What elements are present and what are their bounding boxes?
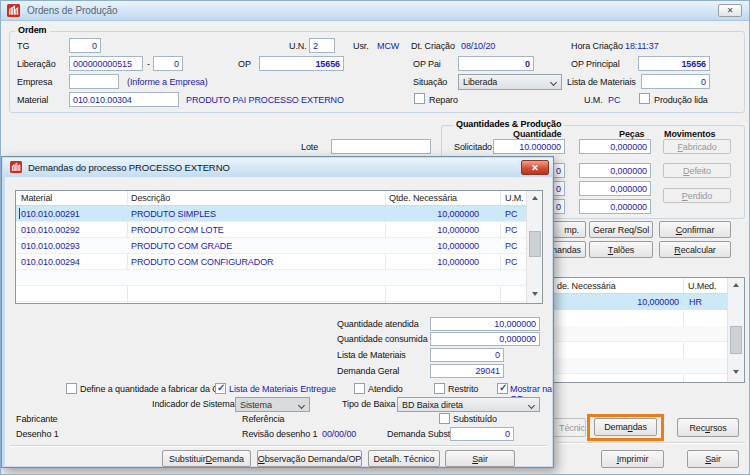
tipo-baixa-label: Tipo de Baixa xyxy=(342,399,395,409)
lote-field[interactable] xyxy=(331,139,431,154)
liberacao-field[interactable]: 000000000515 xyxy=(69,56,143,71)
atendido-checkbox[interactable] xyxy=(354,383,365,394)
sair-button[interactable]: Sair xyxy=(687,450,739,468)
situacao-value: Liberada xyxy=(463,77,497,87)
op-label: OP xyxy=(238,59,251,69)
dialog-lista-label: Lista de Materiais xyxy=(337,350,406,360)
dialog-lista-field[interactable]: 0 xyxy=(430,348,504,362)
recursos-button[interactable]: Recursos xyxy=(677,418,739,437)
table-scrollbar[interactable] xyxy=(526,191,542,303)
situacao-label: Situação xyxy=(413,77,447,87)
window-titlebar: Ordens de Produção ✕ xyxy=(1,1,750,21)
lista-entregue-label: Lista de Materiais Entregue xyxy=(229,384,336,394)
reparo-label: Reparo xyxy=(429,95,458,105)
table-row[interactable]: 010.010.00291 PRODUTO SIMPLES 10,000000 … xyxy=(16,206,526,222)
recursos-selected-row[interactable]: 10,000000 HR xyxy=(549,294,727,310)
scrollbar-thumb[interactable] xyxy=(529,231,541,257)
scrollbar-thumb[interactable] xyxy=(730,326,742,354)
dialog-sair-button[interactable]: Sair xyxy=(445,450,515,467)
scroll-up-icon[interactable] xyxy=(532,196,538,200)
dialog-titlebar: Demandas do processo PROCESSO EXTERNO ✕ xyxy=(3,158,553,177)
imprimir-button[interactable]: Imprimir xyxy=(601,450,664,468)
liberacao-separator: - xyxy=(147,59,150,69)
taloes-button[interactable]: Talões xyxy=(589,241,653,258)
gerar-reqsol-button[interactable]: Gerar Req/Sol xyxy=(589,221,653,238)
demandas-button[interactable]: Demandas xyxy=(594,418,657,436)
demanda-geral-field[interactable]: 29041 xyxy=(430,364,504,378)
scroll-down-icon[interactable] xyxy=(733,370,739,374)
recursos-um-header[interactable]: U.Med. xyxy=(688,281,716,291)
lista-entregue-checkbox[interactable] xyxy=(215,383,226,394)
empresa-field[interactable] xyxy=(69,74,119,89)
qtd-consumida-field[interactable]: 0,000000 xyxy=(430,332,540,346)
scroll-up-icon[interactable] xyxy=(733,283,739,287)
solicitado-field[interactable]: 10.000000 xyxy=(493,139,565,154)
indicador-sistema-dropdown[interactable]: Sistema xyxy=(235,397,310,412)
material-column-header[interactable]: Material xyxy=(21,193,52,203)
um-column-header[interactable]: U.M. xyxy=(505,193,524,203)
empty-row xyxy=(16,270,526,286)
mostrar-op-checkbox[interactable] xyxy=(497,383,508,394)
recursos-qtde-header[interactable]: de. Necessária xyxy=(557,281,616,291)
liberacao-seq-field[interactable]: 0 xyxy=(153,56,183,71)
producao-lida-checkbox[interactable] xyxy=(639,93,650,104)
material-field[interactable]: 010.010.00304 xyxy=(69,92,179,107)
qtde-column-header[interactable]: Qtde. Necessária xyxy=(389,193,457,203)
text-caret xyxy=(19,208,20,219)
lista-materiais-field[interactable]: 0 xyxy=(641,74,710,89)
detalhe-tecnico-button[interactable]: Detalh. Técnico xyxy=(368,450,440,467)
fabricado-button[interactable]: Fabricado xyxy=(663,139,731,154)
substituir-demanda-button[interactable]: Substituir Demanda xyxy=(162,450,251,467)
op-principal-field[interactable]: 15656 xyxy=(638,56,710,71)
defeito-button[interactable]: Defeito xyxy=(663,163,731,178)
lista-materiais-label: Lista de Materiais xyxy=(567,77,636,87)
dialog-close-button[interactable]: ✕ xyxy=(521,160,549,175)
recalcular-button[interactable]: Recalcular xyxy=(659,241,731,258)
table-row[interactable]: 010.010.00292 PRODUTO COM LOTE 10,000000… xyxy=(16,222,526,238)
close-icon: ✕ xyxy=(727,6,734,15)
close-icon: ✕ xyxy=(531,163,538,173)
restrito-checkbox[interactable] xyxy=(434,383,445,394)
define-quantidade-checkbox[interactable] xyxy=(66,383,77,394)
perdido-button[interactable]: Perdido xyxy=(663,188,731,203)
op-pai-field[interactable]: 0 xyxy=(458,56,534,71)
app-logo-icon xyxy=(10,161,22,173)
reparo-checkbox[interactable] xyxy=(414,93,425,104)
substituido-checkbox[interactable] xyxy=(439,413,450,424)
chevron-down-icon xyxy=(528,402,535,409)
demanda-subst-label: Demanda Subst. xyxy=(387,429,453,439)
cell-descricao: PRODUTO SIMPLES xyxy=(131,209,216,219)
descricao-column-header[interactable]: Descrição xyxy=(131,193,170,203)
scroll-down-icon[interactable] xyxy=(532,292,538,296)
referencia-label: Referência xyxy=(242,414,285,424)
usr-value: MCW xyxy=(377,41,399,51)
cell-material: 010.010.00294 xyxy=(21,257,80,267)
op-pai-label: OP Pai xyxy=(413,59,441,69)
op-principal-label: OP Principal xyxy=(571,59,620,69)
demanda-subst-field[interactable]: 0 xyxy=(450,427,514,441)
confirmar-button[interactable]: Confirmar xyxy=(659,221,731,238)
situacao-dropdown[interactable]: Liberada xyxy=(458,74,562,90)
op-field[interactable]: 15656 xyxy=(259,56,344,71)
producao-lida-label: Produção lida xyxy=(654,95,708,105)
pecas-row1-field[interactable]: 0,000000 xyxy=(579,139,651,154)
tg-field[interactable]: 0 xyxy=(69,38,101,53)
pecas-row2-field[interactable]: 0,000000 xyxy=(579,163,651,178)
table-row[interactable]: 010.010.00293 PRODUTO COM GRADE 10,00000… xyxy=(16,238,526,254)
recursos-scrollbar[interactable] xyxy=(727,278,744,382)
fabricante-label: Fabricante xyxy=(16,414,58,424)
um-label: U.M. xyxy=(584,95,603,105)
recursos-table: de. Necessária U.Med. 10,000000 HR xyxy=(549,277,745,383)
pecas-row4-field[interactable]: 0,000000 xyxy=(579,199,651,214)
demandas-highlight-frame: Demandas xyxy=(587,414,664,441)
table-row[interactable]: 010.010.00294 PRODUTO COM CONFIGURADOR 1… xyxy=(16,254,526,270)
un-field[interactable]: 2 xyxy=(309,38,335,53)
tipo-baixa-dropdown[interactable]: BD Baixa direta xyxy=(397,397,540,412)
window-title: Ordens de Produção xyxy=(27,5,117,16)
qtd-atendida-field[interactable]: 10,000000 xyxy=(430,317,540,331)
substituido-label: Substituído xyxy=(453,414,497,424)
pecas-row3-field[interactable]: 0,000000 xyxy=(579,181,651,196)
tg-label: TG xyxy=(17,41,29,51)
window-close-button[interactable]: ✕ xyxy=(718,4,742,17)
observacao-demanda-button[interactable]: Observação Demanda/OP xyxy=(257,450,362,467)
